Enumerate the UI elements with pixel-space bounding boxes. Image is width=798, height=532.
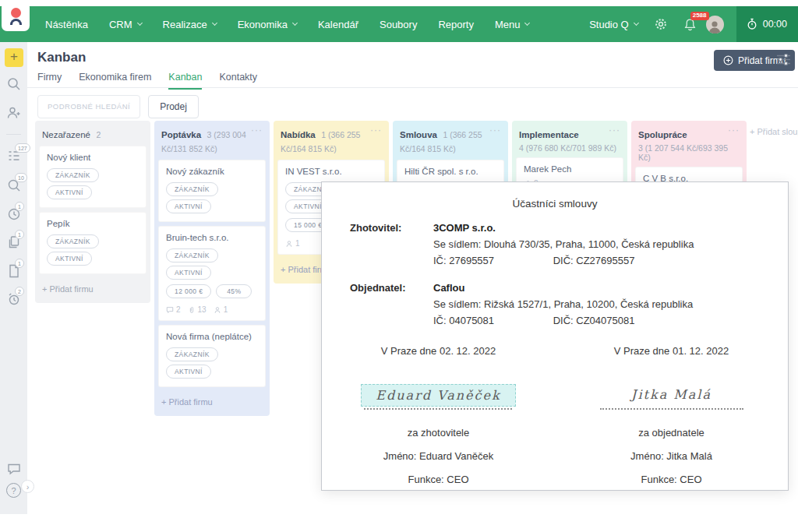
party-dic: DIČ: CZ27695557 [553, 255, 635, 266]
menu-label: Nástěnka [45, 19, 88, 30]
tag-pill: ZÁKAZNÍK [166, 182, 218, 196]
notifications-bell-icon[interactable]: 2588 [683, 18, 697, 31]
settings-gear-icon[interactable] [654, 17, 668, 31]
signer-name: Jméno: Eduard Vaněček [383, 450, 493, 462]
column-name: Nabídka [281, 130, 316, 139]
kanban-card[interactable]: Bruin-tech s.r.o. ZÁKAZNÍK AKTIVNÍ 12 00… [158, 226, 266, 321]
party-role-label: Zhotovitel: [350, 220, 433, 269]
topbar-right: Studio Q 2588 00:00 [589, 6, 798, 42]
party-role-label: Objednatel: [350, 280, 433, 329]
value-pill: 45% [216, 284, 252, 298]
kanban-card[interactable]: Nový zákazník ZÁKAZNÍK AKTIVNÍ [158, 160, 266, 222]
card-title: Nový klient [47, 153, 139, 162]
menu-item-soubory[interactable]: Soubory [380, 19, 417, 30]
main-menu: Nástěnka CRM Realizace Ekonomika Kalendá… [45, 19, 529, 30]
sidebar-divider [6, 134, 21, 135]
menu-item-menu[interactable]: Menu [495, 19, 530, 30]
menu-item-crm[interactable]: CRM [109, 19, 142, 30]
help-icon[interactable] [6, 483, 22, 499]
tab-divider [27, 87, 798, 88]
menu-item-kalendar[interactable]: Kalendář [318, 19, 358, 30]
kanban-card[interactable]: Nová firma (neplátce) ZÁKAZNÍK AKTIVNÍ [158, 325, 266, 387]
quick-add-button[interactable] [5, 48, 23, 67]
party-details: 3COMP s.r.o. Se sídlem: Dlouhá 730/35, P… [433, 220, 694, 269]
column-header[interactable]: Poptávka 3 (293 004 Kč/131 852 Kč) [154, 121, 270, 160]
menu-item-nastenka[interactable]: Nástěnka [45, 19, 88, 30]
workspace-switcher[interactable]: Studio Q [589, 19, 638, 30]
card-title: Hilti ČR spol. s r.o. [404, 167, 496, 176]
kanban-card[interactable]: Pepík ZÁKAZNÍK AKTIVNÍ [39, 212, 147, 274]
chat-bubble-icon[interactable] [6, 461, 22, 477]
count-badge: 1 [15, 202, 24, 211]
search-icon[interactable] [6, 76, 22, 92]
count-badge: 1 [15, 230, 24, 239]
column-menu-icon[interactable] [489, 125, 501, 136]
add-card-link[interactable]: + Přidat firmu [154, 391, 270, 414]
sidebar-expand-icon[interactable] [21, 480, 34, 493]
menu-item-ekonomika[interactable]: Ekonomika [238, 19, 297, 30]
kanban-card[interactable]: Nový klient ZÁKAZNÍK AKTIVNÍ [39, 146, 147, 208]
signer-for: za objednatele [638, 427, 704, 439]
count-badge: 1 [15, 259, 24, 268]
column-header[interactable]: Nezařazené 2 [35, 121, 150, 146]
board-settings-sliders-icon[interactable] [776, 53, 791, 66]
column-name: Smlouva [400, 130, 437, 139]
add-column-link[interactable]: + Přidat sloup [750, 127, 798, 136]
column-header[interactable]: Nabídka 1 (366 255 Kč/164 815 Kč) [274, 121, 389, 160]
meta-count: 2 [176, 305, 181, 314]
signature-line [600, 408, 743, 410]
column-menu-icon[interactable] [251, 125, 263, 136]
menu-item-reporty[interactable]: Reporty [438, 19, 474, 30]
column-header[interactable]: Implementace 4 (976 680 Kč/701 989 Kč) [512, 121, 627, 157]
time-log-icon[interactable]: 1 [6, 206, 22, 222]
menu-label: Menu [495, 19, 521, 30]
chevron-down-icon [292, 20, 298, 26]
plus-circle-icon [723, 55, 733, 65]
column-header[interactable]: Smlouva 1 (366 255 Kč/164 815 Kč) [393, 121, 508, 160]
tag-pill: ZÁKAZNÍK [166, 248, 218, 262]
menu-item-realizace[interactable]: Realizace [163, 19, 217, 30]
column-menu-icon[interactable] [370, 125, 382, 136]
add-contact-icon[interactable] [6, 105, 22, 121]
add-card-link[interactable]: + Přidat firmu [35, 278, 150, 301]
advanced-search-button[interactable]: PODROBNÉ HLEDÁNÍ [37, 95, 140, 118]
signer-name-row: Jméno: Eduard Vaněček Jméno: Jitka Malá [322, 439, 788, 462]
count-badge: 127 [15, 143, 30, 153]
caflou-logo[interactable] [2, 2, 30, 31]
signature-script: Eduard Vaněček [376, 388, 500, 403]
signer-for-row: za zhotovitele za objednatele [322, 410, 788, 439]
party-dic: DIČ: CZ04075081 [553, 315, 635, 326]
column-summary: 4 (976 680 Kč/701 989 Kč) [519, 143, 620, 153]
party-objednatel: Objednatel: Caflou Se sídlem: Rižská 152… [350, 280, 788, 329]
saved-search-icon[interactable]: 10 [6, 178, 22, 193]
task-list-icon[interactable]: 127 [6, 148, 22, 164]
documents-icon[interactable]: 1 [6, 234, 22, 250]
meta-count: 1 [224, 305, 228, 314]
column-header[interactable]: Spolupráce 3 (1 207 544 Kč/693 395 Kč) [631, 121, 747, 167]
tag-pill: ZÁKAZNÍK [47, 168, 99, 182]
menu-label: Ekonomika [238, 19, 288, 30]
alarm-clock-icon[interactable]: 2 [6, 291, 22, 307]
menu-label: CRM [109, 19, 132, 30]
column-menu-icon[interactable] [728, 125, 740, 136]
party-ic: IČ: 27695557 [433, 252, 550, 269]
party-ic: IČ: 04075081 [433, 312, 550, 329]
pipeline-filter-button[interactable]: Prodej [148, 95, 199, 118]
card-title: Marek Pech [524, 164, 616, 174]
party-zhotovitel: Zhotovitel: 3COMP s.r.o. Se sídlem: Dlou… [350, 220, 788, 269]
date-row: V Praze dne 02. 12. 2022 V Praze dne 01.… [322, 345, 788, 357]
party-address: Se sídlem: Dlouhá 730/35, Praha, 11000, … [433, 236, 694, 252]
top-navbar: Nástěnka CRM Realizace Ekonomika Kalendá… [0, 6, 798, 42]
party-name: 3COMP s.r.o. [433, 220, 694, 236]
time-tracker[interactable]: 00:00 [736, 6, 798, 42]
column-menu-icon[interactable] [609, 125, 620, 136]
comment-icon [166, 306, 174, 314]
count-badge: 10 [15, 173, 27, 182]
document-title: Účastníci smlouvy [322, 198, 788, 210]
chevron-down-icon [212, 20, 217, 26]
column-name: Nezařazené [42, 130, 90, 139]
column-name: Implementace [519, 130, 579, 139]
signature-field-selected[interactable]: Eduard Vaněček [361, 384, 515, 407]
invoice-icon[interactable]: 1 [6, 263, 22, 279]
kanban-column-poptavka: Poptávka 3 (293 004 Kč/131 852 Kč) Nový … [154, 121, 270, 416]
